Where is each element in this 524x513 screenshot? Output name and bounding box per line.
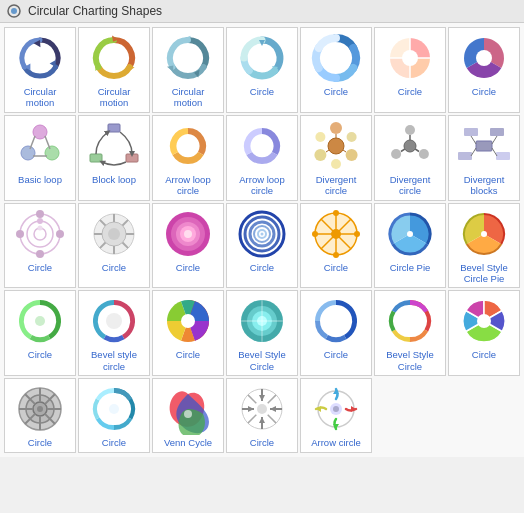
title-bar: Circular Charting Shapes [0, 0, 524, 23]
svg-point-61 [56, 230, 64, 238]
svg-point-99 [35, 316, 45, 326]
svg-point-42 [391, 149, 401, 159]
shape-basic-loop[interactable]: Basic loop [4, 115, 76, 201]
shape-label: Circle [250, 437, 274, 448]
svg-point-27 [184, 142, 192, 150]
svg-point-93 [333, 252, 339, 258]
shape-block-loop[interactable]: Block loop [78, 115, 150, 201]
shape-label: Circle [324, 349, 348, 360]
shape-label: Divergentcircle [316, 174, 357, 197]
shape-circle-r3-4[interactable]: Circle [226, 203, 298, 289]
svg-point-41 [419, 149, 429, 159]
shape-label: Divergentcircle [390, 174, 431, 197]
svg-point-39 [404, 140, 416, 152]
shape-label: Bevel StyleCircle Pie [460, 262, 508, 285]
shape-label: Circle [250, 86, 274, 97]
shape-circular-motion-3[interactable]: Circularmotion [152, 27, 224, 113]
shape-label: Circle [324, 86, 348, 97]
svg-line-45 [401, 149, 405, 152]
svg-line-138 [248, 415, 256, 423]
shape-bevel-style-circle-2[interactable]: Bevel StyleCircle [226, 290, 298, 376]
shapes-grid: Circularmotion Circularmotion [0, 23, 524, 457]
shape-circular-motion-2[interactable]: Circularmotion [78, 27, 150, 113]
shape-label: Arrow loopcircle [165, 174, 210, 197]
svg-point-63 [36, 250, 44, 258]
svg-line-53 [492, 148, 497, 156]
shape-circle-r4-1[interactable]: Circle [4, 290, 76, 376]
shape-label: Circle [398, 86, 422, 97]
svg-rect-26 [90, 154, 102, 162]
svg-point-56 [27, 221, 53, 247]
title-icon [6, 3, 22, 19]
svg-rect-50 [458, 152, 472, 160]
svg-line-44 [415, 149, 419, 152]
shape-label: Circle [176, 262, 200, 273]
svg-point-1 [11, 8, 17, 14]
svg-point-85 [261, 232, 264, 235]
shape-circle-r5-2[interactable]: Circle [78, 378, 150, 453]
shape-arrow-circle[interactable]: Arrow circle [300, 378, 372, 453]
shape-circle-r3-5[interactable]: Circle [300, 203, 372, 289]
shape-divergent-circle-1[interactable]: Divergentcircle [300, 115, 372, 201]
shape-label: Bevel stylecircle [91, 349, 137, 372]
shape-circle-pie[interactable]: Circle Pie [374, 203, 446, 289]
shape-venn-cycle[interactable]: Venn Cycle [152, 378, 224, 453]
shape-label: Circularmotion [24, 86, 57, 109]
svg-point-97 [481, 231, 487, 237]
shape-arrow-loop-circle-2[interactable]: Arrow loopcircle [226, 115, 298, 201]
shape-bevel-style-circle[interactable]: Bevel stylecircle [78, 290, 150, 376]
svg-point-91 [331, 229, 341, 239]
shape-circle-r3-1[interactable]: Circle [4, 203, 76, 289]
svg-point-95 [354, 231, 360, 237]
shape-circle-r5-1[interactable]: Circle [4, 378, 76, 453]
svg-marker-133 [259, 417, 265, 423]
shape-label: Venn Cycle [164, 437, 212, 448]
svg-marker-129 [259, 395, 265, 401]
shape-label: Divergentblocks [464, 174, 505, 197]
shape-circle-r3-2[interactable]: Circle [78, 203, 150, 289]
svg-point-60 [38, 225, 43, 230]
shape-circle-r3-3[interactable]: Circle [152, 203, 224, 289]
shape-label: Circularmotion [98, 86, 131, 109]
svg-point-94 [312, 231, 318, 237]
shape-circle-5[interactable]: Circle [300, 27, 372, 113]
shape-label: Circle [102, 262, 126, 273]
svg-point-146 [333, 406, 339, 412]
svg-point-19 [45, 146, 59, 160]
svg-point-58 [36, 210, 44, 218]
panel-title: Circular Charting Shapes [28, 4, 162, 18]
svg-line-139 [248, 395, 256, 403]
svg-line-54 [471, 148, 476, 156]
svg-line-38 [326, 150, 329, 152]
svg-point-114 [37, 406, 43, 412]
shape-label: Circle Pie [390, 262, 431, 273]
shape-bevel-circle-pie[interactable]: Bevel StyleCircle Pie [448, 203, 520, 289]
shape-circle-6[interactable]: Circle [374, 27, 446, 113]
svg-point-31 [346, 149, 358, 161]
shape-bevel-style-circle-3[interactable]: Bevel StyleCircle [374, 290, 446, 376]
shape-circle-r5-4[interactable]: Circle [226, 378, 298, 453]
shape-label: Basic loop [18, 174, 62, 185]
svg-point-32 [314, 149, 326, 161]
shape-label: Circle [102, 437, 126, 448]
shape-circle-r4-3[interactable]: Circle [152, 290, 224, 376]
shape-circular-motion-1[interactable]: Circularmotion [4, 27, 76, 113]
shape-arrow-loop-circle-1[interactable]: Arrow loopcircle [152, 115, 224, 201]
shape-circle-7[interactable]: Circle [448, 27, 520, 113]
shape-label: Circle [250, 262, 274, 273]
svg-point-29 [328, 138, 344, 154]
svg-point-34 [315, 132, 325, 142]
svg-point-40 [405, 125, 415, 135]
shape-label: Circle [472, 86, 496, 97]
svg-point-124 [109, 404, 119, 414]
shape-circle-r4-7[interactable]: Circle [448, 290, 520, 376]
shape-circle-4[interactable]: Circle [226, 27, 298, 113]
svg-line-37 [343, 150, 346, 152]
shape-label: Circularmotion [172, 86, 205, 109]
shape-divergent-circle-2[interactable]: Divergentcircle [374, 115, 446, 201]
svg-marker-135 [248, 406, 254, 412]
shape-divergent-blocks[interactable]: Divergentblocks [448, 115, 520, 201]
shape-circle-r4-5[interactable]: Circle [300, 290, 372, 376]
svg-point-79 [184, 230, 192, 238]
svg-point-62 [16, 230, 24, 238]
